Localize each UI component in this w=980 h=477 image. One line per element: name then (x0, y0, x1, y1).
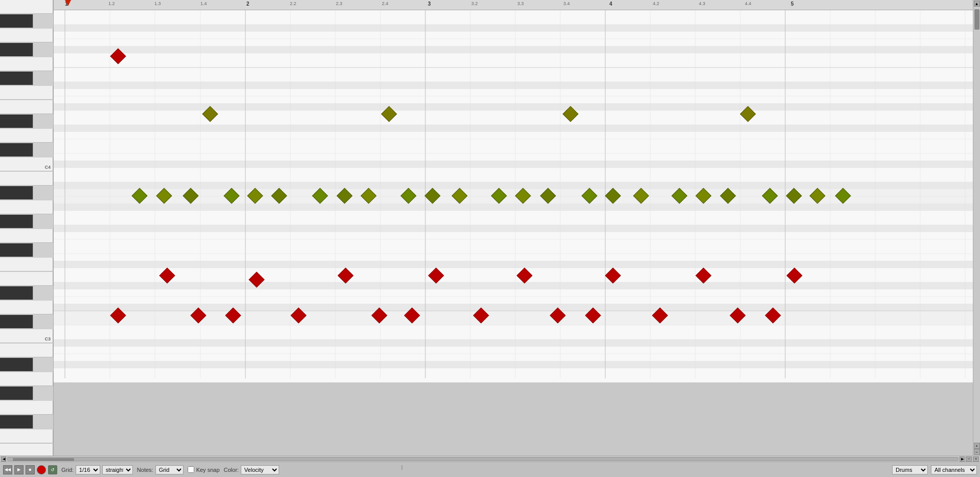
color-select[interactable]: Velocity Pitch Channel (241, 465, 279, 474)
center-marker: | (401, 465, 402, 470)
key-snap-label: Key snap (196, 467, 220, 473)
piano-key-E3[interactable] (0, 272, 53, 286)
transport-bar: ◀◀ ▶ ■ ↺ Grid: 1/16 1/8 1/4 straight tri… (0, 462, 980, 477)
piano-key-Gb4[interactable] (0, 72, 33, 85)
all-channels-select[interactable]: All channels (931, 465, 977, 474)
piano-key-D4[interactable] (0, 129, 53, 143)
timeline-sub-13: 1.3 (154, 1, 161, 6)
notes-select[interactable]: Grid Free (155, 465, 184, 474)
grid-label: Grid: (61, 467, 74, 473)
timeline-sub-33: 3.3 (517, 1, 524, 6)
straight-select[interactable]: straight triplet (102, 465, 133, 474)
grid-settings: Grid: 1/16 1/8 1/4 straight triplet (61, 465, 133, 474)
hzoom-minus[interactable]: − (966, 457, 972, 462)
timeline-beat-5: 5 (791, 1, 794, 7)
piano-key-F4[interactable] (0, 86, 53, 100)
piano-key-E2[interactable] (0, 444, 53, 456)
color-label: Color: (224, 467, 239, 473)
transport-controls: ◀◀ ▶ ■ ↺ (3, 465, 57, 474)
hscroll-thumb[interactable] (13, 458, 74, 461)
piano-key-D3[interactable] (0, 301, 53, 314)
timeline-beat-4: 4 (609, 1, 612, 7)
notes-label: Notes: (137, 467, 153, 473)
timeline-sub-14: 1.4 (200, 1, 207, 6)
piano-keys: C4C3C2C1 (0, 0, 54, 456)
key-snap-checkbox[interactable] (188, 466, 194, 473)
notes-settings: Notes: Grid Free (137, 465, 184, 474)
app: C4C3C2C1 1 1.2 1.3 1.4 2 2.2 2.3 2.4 (0, 0, 980, 477)
piano-key-Bb2[interactable] (0, 358, 33, 372)
hzoom-plus[interactable]: + (973, 457, 979, 462)
editor-area: C4C3C2C1 1 1.2 1.3 1.4 2 2.2 2.3 2.4 (0, 0, 980, 456)
piano-key-Eb4[interactable] (0, 115, 33, 128)
vzoom-minus[interactable]: − (974, 449, 980, 455)
hscroll-track[interactable] (7, 457, 959, 461)
right-controls: Drums All channels (892, 465, 977, 474)
piano-key-Db3[interactable] (0, 315, 33, 329)
drums-select[interactable]: Drums (892, 465, 928, 474)
scroll-up-btn[interactable]: ▲ (974, 1, 980, 7)
piano-key-Ab4[interactable] (0, 43, 33, 57)
scroll-right-btn[interactable]: ▶ (960, 457, 965, 462)
play-to-start-btn[interactable]: ◀◀ (3, 465, 12, 474)
timeline: 1 1.2 1.3 1.4 2 2.2 2.3 2.4 3 3.2 3.3 3.… (54, 0, 973, 10)
piano-key-B4[interactable] (0, 0, 53, 14)
stop-btn[interactable]: ■ (26, 465, 35, 474)
piano-key-Gb3[interactable] (0, 243, 33, 257)
scrollbar-thumb-v[interactable] (974, 9, 979, 30)
piano-key-G2[interactable] (0, 401, 53, 415)
timeline-sub-32: 3.2 (471, 1, 478, 6)
piano-key-F3[interactable] (0, 258, 53, 271)
piano-key-Eb3[interactable] (0, 286, 33, 300)
piano-key-G3[interactable] (0, 229, 53, 243)
piano-key-G4[interactable] (0, 57, 53, 71)
grid-scroll: C3 C2 (54, 10, 973, 456)
piano-key-F2[interactable] (0, 429, 53, 443)
timeline-beat-2: 2 (246, 1, 249, 7)
timeline-sub-23: 2.3 (336, 1, 343, 6)
piano-key-E4[interactable] (0, 100, 53, 114)
piano-key-A2[interactable] (0, 372, 53, 386)
timeline-sub-12: 1.2 (108, 1, 115, 6)
piano-key-Bb4[interactable] (0, 14, 33, 28)
timeline-sub-44: 4.4 (745, 1, 751, 6)
key-snap-group: Key snap (188, 466, 220, 473)
color-group: Color: Velocity Pitch Channel (224, 465, 279, 474)
timeline-beat-3: 3 (428, 1, 431, 7)
grid-container: 1 1.2 1.3 1.4 2 2.2 2.3 2.4 3 3.2 3.3 3.… (54, 0, 973, 456)
piano-key-C4[interactable]: C4 (0, 157, 53, 171)
piano-key-A4[interactable] (0, 29, 53, 42)
timeline-sub-34: 3.4 (563, 1, 570, 6)
scrollbar-h[interactable]: ◀ | ▶ − + (0, 456, 980, 462)
scroll-left-btn[interactable]: ◀ (1, 457, 6, 462)
vzoom-plus[interactable]: + (974, 443, 980, 449)
record-btn[interactable] (37, 465, 46, 474)
loop-btn[interactable]: ↺ (48, 465, 57, 474)
main-grid[interactable]: C3 C2 (54, 10, 973, 378)
scrollbar-right[interactable]: ▲ + − (973, 0, 980, 456)
piano-key-Gb2[interactable] (0, 415, 33, 429)
play-btn[interactable]: ▶ (14, 465, 24, 474)
piano-key-Bb3[interactable] (0, 186, 33, 200)
piano-key-A3[interactable] (0, 200, 53, 214)
timeline-sub-22: 2.2 (290, 1, 297, 6)
timeline-sub-24: 2.4 (382, 1, 389, 6)
piano-key-C3[interactable]: C3 (0, 329, 53, 343)
piano-key-Ab2[interactable] (0, 387, 33, 400)
piano-key-B2[interactable] (0, 344, 53, 357)
grid-select[interactable]: 1/16 1/8 1/4 (76, 465, 100, 474)
timeline-sub-42: 4.2 (653, 1, 659, 6)
piano-key-Db4[interactable] (0, 143, 33, 157)
piano-key-Ab3[interactable] (0, 215, 33, 229)
timeline-sub-43: 4.3 (699, 1, 705, 6)
piano-key-B3[interactable] (0, 172, 53, 186)
